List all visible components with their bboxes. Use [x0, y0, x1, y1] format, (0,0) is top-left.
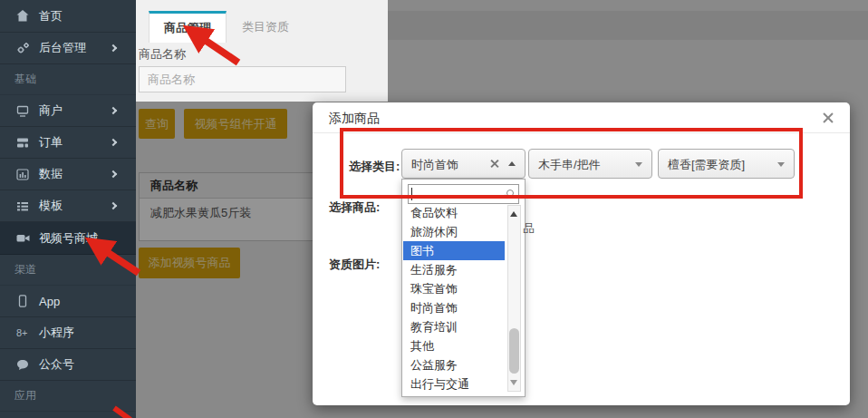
dropdown-option[interactable]: 其他	[403, 336, 505, 355]
bar-chart-icon	[15, 168, 30, 180]
category-select-level2[interactable]: 木手串/把件	[528, 149, 652, 179]
sidebar-item-label: 视频号商城	[39, 230, 136, 247]
sidebar: 首页 后台管理 基础 商户 订单 数据	[0, 0, 136, 418]
dropdown-option[interactable]: 珠宝首饰	[403, 279, 505, 298]
dropdown-option[interactable]: 出行与交通	[403, 374, 505, 394]
dropdown-search-input[interactable]	[408, 184, 519, 204]
search-icon	[506, 190, 514, 197]
category-select-level1-value: 时尚首饰	[411, 157, 458, 173]
monitor-icon	[15, 104, 30, 117]
text-cursor	[411, 188, 412, 200]
mini-program-icon: 8+	[15, 326, 30, 339]
tab-category-qualification[interactable]: 类目资质	[227, 11, 304, 43]
sidebar-section-basic: 基础	[0, 64, 136, 95]
qualification-image-label: 资质图片:	[329, 257, 380, 273]
svg-text:8+: 8+	[16, 327, 28, 338]
sidebar-section-label: 渠道	[14, 262, 36, 277]
sidebar-item-template[interactable]: 模板	[0, 190, 136, 222]
category-select-level3[interactable]: 檀香[需要资质]	[658, 149, 795, 179]
sidebar-item-orders[interactable]: 订单	[0, 127, 136, 159]
sidebar-item-home[interactable]: 首页	[0, 0, 136, 33]
close-icon[interactable]	[821, 111, 835, 125]
gears-icon	[15, 42, 30, 54]
modal-title: 添加商品	[329, 111, 380, 127]
tab-product-management[interactable]: 商品管理	[149, 11, 227, 43]
dropdown-scrollbar[interactable]	[507, 205, 521, 392]
scrollbar-thumb[interactable]	[509, 328, 519, 374]
category-dropdown-panel: 食品饮料 旅游休闲 图书 生活服务 珠宝首饰 时尚首饰 教育培训 其他 公益服务…	[401, 179, 526, 397]
orders-icon	[15, 136, 30, 149]
caret-up-icon	[508, 161, 516, 166]
dropdown-option[interactable]: 旅游休闲	[403, 222, 505, 241]
product-name-label: 商品名称	[139, 46, 186, 63]
sidebar-item-miniprogram[interactable]: 8+ 小程序	[0, 317, 136, 349]
select-product-label: 选择商品:	[329, 199, 380, 216]
dropdown-option[interactable]: 生活服务	[403, 260, 505, 279]
sidebar-item-label: 数据	[39, 166, 136, 182]
dropdown-option-list: 食品饮料 旅游休闲 图书 生活服务 珠宝首饰 时尚首饰 教育培训 其他 公益服务…	[403, 203, 505, 394]
chat-bubble-icon	[15, 358, 30, 371]
sidebar-item-official-account[interactable]: 公众号	[0, 349, 136, 381]
sidebar-section-label: 基础	[14, 72, 36, 87]
product-name-input[interactable]	[139, 66, 346, 92]
sidebar-item-app[interactable]: App	[0, 286, 136, 317]
phone-icon	[15, 295, 30, 307]
sidebar-item-admin[interactable]: 后台管理	[0, 33, 136, 64]
sidebar-item-data[interactable]: 数据	[0, 159, 136, 190]
video-camera-icon	[15, 232, 30, 245]
modal-header: 添加商品	[313, 102, 850, 133]
sidebar-item-label: App	[39, 295, 136, 308]
caret-down-icon	[777, 162, 785, 167]
list-icon	[15, 199, 30, 212]
sidebar-item-video-mall[interactable]: 视频号商城	[0, 222, 136, 255]
sidebar-section-channel: 渠道	[0, 255, 136, 286]
category-select-level3-value: 檀香[需要资质]	[668, 157, 745, 173]
dropdown-option[interactable]: 公益服务	[403, 355, 505, 374]
sidebar-item-label: 首页	[39, 8, 136, 24]
caret-down-icon	[635, 162, 642, 167]
category-select-level1[interactable]: 时尚首饰	[401, 149, 526, 179]
clear-icon[interactable]	[489, 159, 499, 169]
category-select-level2-value: 木手串/把件	[538, 157, 601, 173]
scroll-up-icon[interactable]	[510, 211, 517, 217]
select-category-label: 选择类目:	[349, 159, 400, 175]
sidebar-item-label: 模板	[39, 198, 136, 214]
scroll-down-icon[interactable]	[510, 380, 517, 385]
add-product-modal: 添加商品 选择类目: 时尚首饰 木手串/把件 檀香[需要资质] 食品饮料 旅游休…	[313, 102, 850, 405]
tab-bar: 商品管理 类目资质	[149, 11, 304, 43]
sidebar-section-label: 应用	[14, 388, 36, 403]
sidebar-section-application: 应用	[0, 381, 136, 412]
filter-panel: 商品管理 类目资质 商品名称	[136, 0, 388, 102]
partial-text-fragment: 品	[523, 220, 535, 237]
sidebar-item-label: 商户	[39, 102, 136, 119]
dropdown-option[interactable]: 食品饮料	[403, 203, 505, 222]
dropdown-option-selected[interactable]: 图书	[403, 241, 505, 260]
sidebar-item-label: 后台管理	[39, 40, 136, 56]
sidebar-item-label: 订单	[39, 134, 136, 151]
sidebar-item-label: 小程序	[39, 325, 136, 341]
home-icon	[15, 10, 30, 23]
dropdown-option[interactable]: 教育培训	[403, 317, 505, 336]
sidebar-item-label: 公众号	[39, 356, 136, 373]
sidebar-item-merchant[interactable]: 商户	[0, 95, 136, 127]
dropdown-option[interactable]: 时尚首饰	[403, 298, 505, 317]
